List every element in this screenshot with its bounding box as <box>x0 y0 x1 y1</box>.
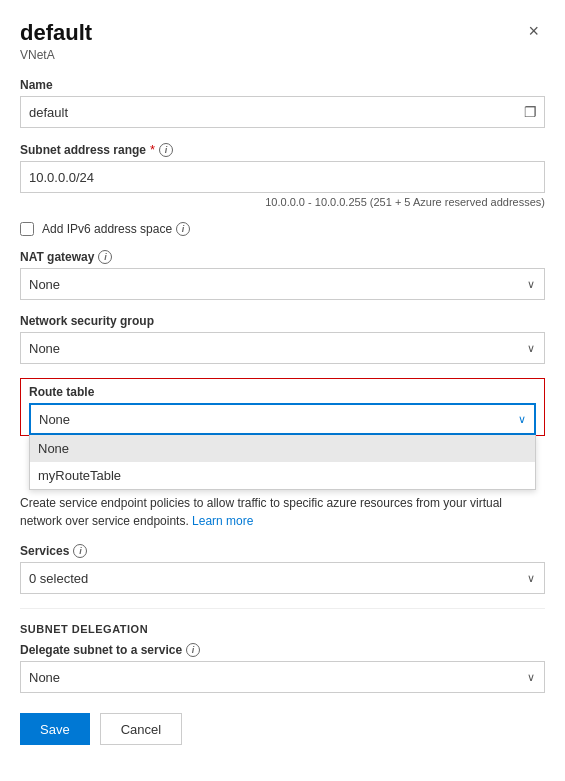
service-endpoint-group: Create service endpoint policies to allo… <box>20 494 545 530</box>
route-table-option-none[interactable]: None <box>30 435 535 462</box>
route-table-section: Route table None ∨ None myRouteTable <box>20 378 545 436</box>
name-group: Name ❐ <box>20 78 545 128</box>
services-info-icon: i <box>73 544 87 558</box>
ipv6-checkbox-row: Add IPv6 address space i <box>20 222 545 236</box>
services-label: Services <box>20 544 69 558</box>
subnet-range-label: Subnet address range <box>20 143 146 157</box>
delegate-label-row: Delegate subnet to a service i <box>20 643 545 657</box>
route-table-dropdown-container: None ∨ None myRouteTable <box>29 403 536 435</box>
route-table-input[interactable]: None ∨ <box>29 403 536 435</box>
subnet-hint: 10.0.0.0 - 10.0.0.255 (251 + 5 Azure res… <box>20 196 545 208</box>
section-divider <box>20 608 545 609</box>
nsg-label: Network security group <box>20 314 545 328</box>
subnet-delegation-heading: SUBNET DELEGATION <box>20 623 545 635</box>
delegate-label: Delegate subnet to a service <box>20 643 182 657</box>
cancel-button[interactable]: Cancel <box>100 713 182 745</box>
required-star: * <box>150 142 155 157</box>
services-group: Services i 0 selected ∨ <box>20 544 545 594</box>
nat-label: NAT gateway <box>20 250 94 264</box>
subnet-range-input[interactable] <box>20 161 545 193</box>
save-button[interactable]: Save <box>20 713 90 745</box>
panel-title: default <box>20 20 92 46</box>
services-select[interactable]: 0 selected <box>20 562 545 594</box>
route-table-label: Route table <box>29 385 536 399</box>
nsg-select[interactable]: None <box>20 332 545 364</box>
name-input-wrapper: ❐ <box>20 96 545 128</box>
nat-gateway-group: NAT gateway i None ∨ <box>20 250 545 300</box>
subnet-info-icon: i <box>159 143 173 157</box>
services-label-row: Services i <box>20 544 545 558</box>
delegate-group: Delegate subnet to a service i None ∨ <box>20 643 545 693</box>
ipv6-checkbox[interactable] <box>20 222 34 236</box>
route-table-selected-value: None <box>39 412 70 427</box>
panel-title-block: default VNetA <box>20 20 92 62</box>
nat-select-wrapper: None ∨ <box>20 268 545 300</box>
nsg-select-wrapper: None ∨ <box>20 332 545 364</box>
name-input[interactable] <box>20 96 545 128</box>
learn-more-link[interactable]: Learn more <box>192 514 253 528</box>
ipv6-info-icon: i <box>176 222 190 236</box>
delegate-select[interactable]: None <box>20 661 545 693</box>
service-endpoint-text: Create service endpoint policies to allo… <box>20 494 545 530</box>
route-table-dropdown-list: None myRouteTable <box>29 435 536 490</box>
nsg-group: Network security group None ∨ <box>20 314 545 364</box>
ipv6-label: Add IPv6 address space i <box>42 222 190 236</box>
nat-info-icon: i <box>98 250 112 264</box>
copy-icon[interactable]: ❐ <box>524 104 537 120</box>
route-table-chevron-icon: ∨ <box>518 413 526 426</box>
edit-subnet-panel: default VNetA × Name ❐ Subnet address ra… <box>0 0 565 781</box>
delegate-select-wrapper: None ∨ <box>20 661 545 693</box>
panel-header: default VNetA × <box>20 20 545 62</box>
subnet-range-group: Subnet address range * i 10.0.0.0 - 10.0… <box>20 142 545 208</box>
nat-label-row: NAT gateway i <box>20 250 545 264</box>
close-button[interactable]: × <box>522 20 545 42</box>
footer-buttons: Save Cancel <box>20 713 545 745</box>
nat-select[interactable]: None <box>20 268 545 300</box>
panel-subtitle: VNetA <box>20 48 92 62</box>
services-select-wrapper: 0 selected ∨ <box>20 562 545 594</box>
name-label: Name <box>20 78 545 92</box>
subnet-label-row: Subnet address range * i <box>20 142 545 157</box>
delegate-info-icon: i <box>186 643 200 657</box>
route-table-option-myroutetable[interactable]: myRouteTable <box>30 462 535 489</box>
